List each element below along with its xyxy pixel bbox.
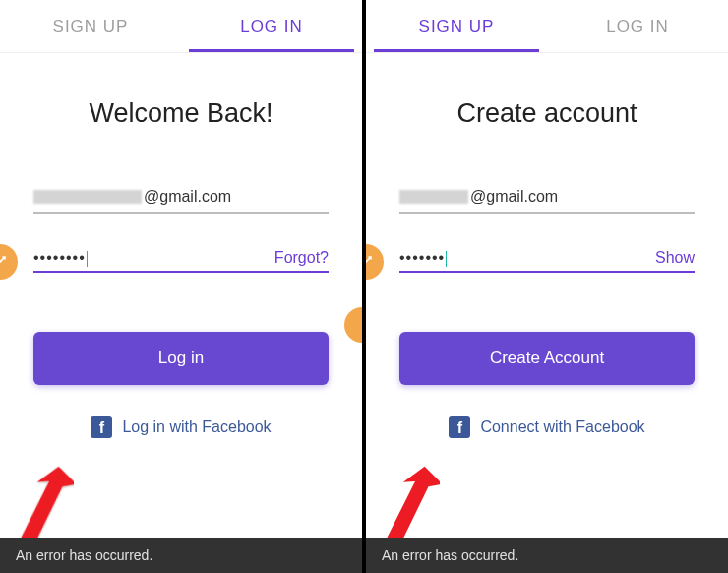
- tab-signup[interactable]: SIGN UP: [0, 0, 181, 52]
- facebook-label: Log in with Facebook: [122, 418, 271, 436]
- login-form: @gmail.com •••••••• Forgot?: [0, 182, 362, 273]
- side-by-side-container: SIGN UP LOG IN Welcome Back! @gmail.com …: [0, 0, 728, 573]
- text-caret: [446, 251, 447, 267]
- password-mask: •••••••: [399, 249, 445, 266]
- facebook-label: Connect with Facebook: [480, 418, 644, 436]
- login-button[interactable]: Log in: [33, 332, 329, 385]
- tabs: SIGN UP LOG IN: [0, 0, 362, 53]
- facebook-icon: f: [91, 416, 112, 438]
- show-password-link[interactable]: Show: [655, 249, 695, 267]
- error-toast: An error has occurred.: [0, 538, 362, 573]
- redacted-username: [399, 190, 468, 204]
- page-title: Welcome Back!: [0, 98, 362, 129]
- decorative-dot: [344, 307, 362, 343]
- email-field[interactable]: @gmail.com: [33, 182, 329, 214]
- facebook-icon: f: [449, 416, 470, 438]
- email-suffix: @gmail.com: [144, 188, 231, 206]
- tab-login[interactable]: LOG IN: [547, 0, 728, 52]
- redacted-username: [33, 190, 142, 204]
- tab-signup[interactable]: SIGN UP: [366, 0, 547, 52]
- page-title: Create account: [366, 98, 728, 129]
- password-field[interactable]: •••••••• Forgot?: [33, 241, 329, 273]
- login-pane: SIGN UP LOG IN Welcome Back! @gmail.com …: [0, 0, 362, 573]
- email-suffix: @gmail.com: [470, 188, 558, 206]
- password-field[interactable]: ••••••• Show: [399, 241, 695, 273]
- error-toast: An error has occurred.: [366, 538, 728, 573]
- signup-form: @gmail.com ••••••• Show: [366, 182, 728, 273]
- forgot-link[interactable]: Forgot?: [274, 249, 329, 267]
- facebook-connect-button[interactable]: f Connect with Facebook: [366, 416, 728, 438]
- create-account-button[interactable]: Create Account: [399, 332, 695, 385]
- text-caret: [87, 251, 88, 267]
- facebook-login-button[interactable]: f Log in with Facebook: [0, 416, 362, 438]
- password-mask: ••••••••: [33, 249, 86, 266]
- error-message: An error has occurred.: [16, 547, 152, 563]
- signup-pane: SIGN UP LOG IN Create account @gmail.com…: [366, 0, 728, 573]
- tab-login[interactable]: LOG IN: [181, 0, 362, 52]
- email-field[interactable]: @gmail.com: [399, 182, 695, 214]
- tabs: SIGN UP LOG IN: [366, 0, 728, 53]
- error-message: An error has occurred.: [382, 547, 518, 563]
